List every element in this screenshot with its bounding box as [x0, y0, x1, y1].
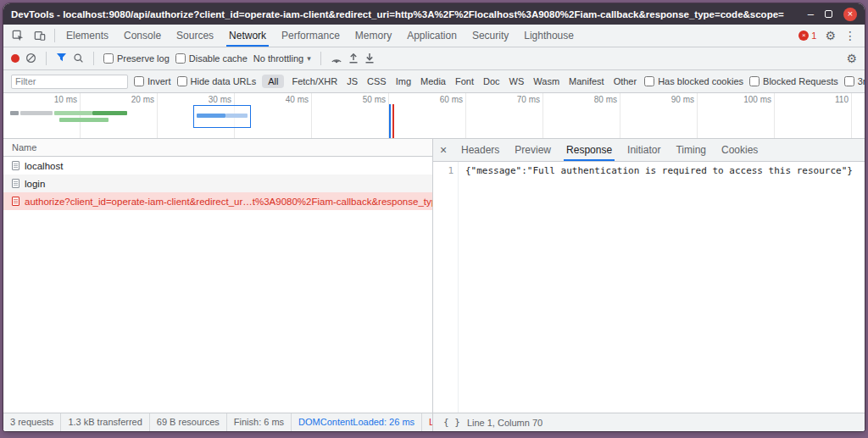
invert-checkbox[interactable]: Invert: [134, 76, 171, 86]
device-toolbar-icon[interactable]: [29, 25, 51, 47]
preserve-log-label: Preserve log: [117, 53, 170, 64]
detail-tab-headers[interactable]: Headers: [453, 139, 507, 161]
type-filter-fetch-xhr[interactable]: Fetch/XHR: [290, 76, 339, 86]
minimize-button[interactable]: –: [808, 10, 814, 19]
request-row-authorize[interactable]: authorize?client_id=operate-iam-client&r…: [3, 192, 432, 210]
third-party-requests-checkbox-input[interactable]: [844, 76, 854, 86]
waterfall-bar: [54, 111, 92, 115]
network-controls-toolbar: Preserve log Disable cache No throttling…: [3, 47, 865, 70]
kebab-menu-icon[interactable]: ⋮: [844, 30, 856, 42]
error-count: 1: [811, 30, 816, 41]
filter-input[interactable]: [11, 75, 128, 89]
request-row-localhost[interactable]: localhost: [3, 157, 432, 175]
chevron-down-icon: ▾: [307, 54, 311, 63]
detail-tab-preview[interactable]: Preview: [507, 139, 559, 161]
export-har-icon[interactable]: [364, 53, 375, 65]
name-column-header[interactable]: Name: [3, 139, 432, 157]
tab-network[interactable]: Network: [221, 25, 274, 47]
timeline-tick: 100 ms: [698, 93, 775, 138]
timeline-tick: 20 ms: [81, 93, 158, 138]
import-har-icon[interactable]: [348, 53, 359, 65]
type-filter-manifest[interactable]: Manifest: [567, 76, 606, 86]
tab-lighthouse[interactable]: Lighthouse: [516, 25, 581, 47]
separator: [93, 52, 94, 65]
tab-sources[interactable]: Sources: [169, 25, 221, 47]
network-main-area: Name localhost login authorize?client_id…: [3, 139, 865, 431]
network-settings-gear-icon[interactable]: ⚙: [846, 53, 857, 64]
close-details-icon[interactable]: ×: [433, 139, 453, 161]
hide-data-urls-checkbox-input[interactable]: [177, 76, 187, 86]
preserve-log-checkbox-input[interactable]: [103, 53, 114, 64]
resources-size: 69 B resources: [150, 413, 227, 431]
domcontentloaded-time: DOMContentLoaded: 26 ms: [292, 413, 422, 431]
tab-performance[interactable]: Performance: [274, 25, 348, 47]
network-overview-timeline[interactable]: 10 ms 20 ms 30 ms 40 ms 50 ms 60 ms 70 m…: [3, 93, 865, 139]
close-button[interactable]: ×: [843, 8, 857, 21]
has-blocked-cookies-checkbox-input[interactable]: [644, 76, 654, 86]
inspect-element-icon[interactable]: [7, 25, 29, 47]
request-details-panel: × Headers Preview Response Initiator Tim…: [433, 139, 865, 431]
detail-tab-initiator[interactable]: Initiator: [620, 139, 668, 161]
desktop-background: DevTools - localhost:9080/api/authorize?…: [0, 0, 868, 438]
devtools-tab-bar: Elements Console Sources Network Perform…: [3, 25, 865, 47]
console-error-badge[interactable]: × 1: [798, 30, 816, 41]
third-party-requests-label: 3rd-party requests: [858, 76, 865, 86]
cursor-position: Line 1, Column 70: [467, 418, 542, 428]
type-filter-font[interactable]: Font: [453, 76, 476, 86]
type-filter-css[interactable]: CSS: [365, 76, 388, 86]
separator: [54, 29, 55, 42]
request-name: localhost: [25, 161, 63, 171]
timeline-tick: 80 ms: [543, 93, 620, 138]
detail-tab-cookies[interactable]: Cookies: [714, 139, 765, 161]
has-blocked-cookies-label: Has blocked cookies: [658, 76, 743, 86]
waterfall-bar: [59, 118, 108, 122]
network-conditions-icon[interactable]: [331, 53, 342, 65]
detail-tab-timing[interactable]: Timing: [668, 139, 714, 161]
blocked-requests-checkbox-input[interactable]: [749, 76, 760, 86]
tab-security[interactable]: Security: [465, 25, 516, 47]
type-filter-wasm[interactable]: Wasm: [531, 76, 561, 86]
tab-memory[interactable]: Memory: [348, 25, 399, 47]
type-filter-doc[interactable]: Doc: [481, 76, 502, 86]
window-title: DevTools - localhost:9080/api/authorize?…: [11, 9, 799, 19]
pretty-print-icon[interactable]: { }: [440, 417, 464, 428]
timeline-tick: 50 ms: [312, 93, 389, 138]
domcontentloaded-event-line: [389, 104, 391, 138]
type-filter-media[interactable]: Media: [419, 76, 448, 86]
settings-gear-icon[interactable]: ⚙: [825, 30, 836, 42]
clear-network-log-icon[interactable]: [25, 53, 36, 65]
timeline-tick: 110: [775, 93, 852, 138]
disable-cache-checkbox-input[interactable]: [175, 53, 186, 64]
detail-tab-response[interactable]: Response: [559, 139, 620, 161]
preserve-log-checkbox[interactable]: Preserve log: [103, 53, 170, 64]
waterfall-bar: [197, 114, 225, 118]
type-filter-img[interactable]: Img: [394, 76, 413, 86]
has-blocked-cookies-checkbox[interactable]: Has blocked cookies: [644, 76, 743, 86]
separator: [46, 52, 47, 65]
type-filter-js[interactable]: JS: [345, 76, 359, 86]
title-bar: DevTools - localhost:9080/api/authorize?…: [3, 3, 865, 25]
devtools-window: DevTools - localhost:9080/api/authorize?…: [3, 3, 865, 431]
waterfall-bar: [20, 111, 53, 115]
invert-label: Invert: [147, 76, 171, 86]
type-filter-other[interactable]: Other: [612, 76, 639, 86]
load-time: Load: 25 ms: [422, 413, 432, 431]
invert-checkbox-input[interactable]: [134, 76, 144, 86]
type-filter-all[interactable]: All: [262, 75, 284, 88]
filter-funnel-icon[interactable]: [56, 53, 67, 64]
record-network-log-button[interactable]: [11, 54, 19, 63]
network-filter-bar: Invert Hide data URLs All Fetch/XHR JS C…: [3, 70, 865, 93]
third-party-requests-checkbox[interactable]: 3rd-party requests: [844, 76, 865, 86]
maximize-button[interactable]: [825, 10, 832, 18]
search-icon[interactable]: [73, 53, 84, 65]
tab-console[interactable]: Console: [116, 25, 169, 47]
tab-elements[interactable]: Elements: [58, 25, 116, 47]
tab-application[interactable]: Application: [399, 25, 465, 47]
request-name: login: [25, 179, 45, 189]
type-filter-ws[interactable]: WS: [508, 76, 526, 86]
blocked-requests-checkbox[interactable]: Blocked Requests: [749, 76, 838, 86]
disable-cache-checkbox[interactable]: Disable cache: [175, 53, 248, 64]
request-row-login[interactable]: login: [3, 175, 432, 192]
hide-data-urls-checkbox[interactable]: Hide data URLs: [177, 76, 257, 86]
throttling-dropdown[interactable]: No throttling ▾: [253, 53, 311, 64]
